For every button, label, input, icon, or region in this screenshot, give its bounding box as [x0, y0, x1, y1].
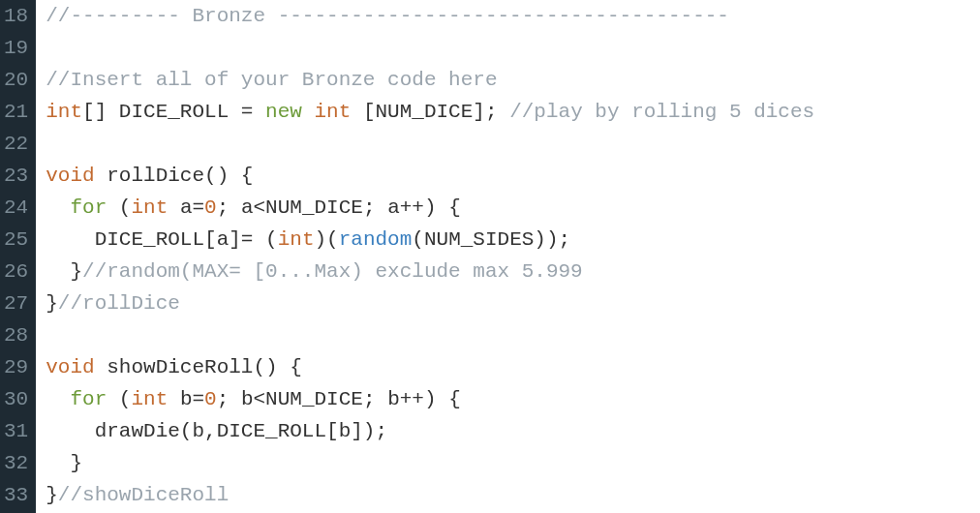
code-token: int: [131, 388, 168, 410]
code-token: }: [46, 484, 58, 506]
code-editor: 18192021222324252627282930313233 //-----…: [0, 0, 980, 513]
code-token: (NUM_SIDES));: [412, 228, 570, 251]
line-number: 24: [4, 192, 28, 224]
code-line[interactable]: for (int a=0; a<NUM_DICE; a++) {: [46, 192, 980, 224]
code-token: b=: [168, 388, 204, 410]
code-token: [46, 196, 70, 219]
code-token: int: [278, 228, 315, 251]
line-number: 30: [4, 383, 28, 415]
code-token: [NUM_DICE];: [351, 101, 509, 123]
code-token: void: [46, 356, 94, 378]
line-number: 20: [4, 64, 28, 96]
code-token: //play by rolling 5 dices: [509, 101, 814, 123]
line-number: 31: [4, 415, 28, 447]
code-area[interactable]: //--------- Bronze ---------------------…: [36, 0, 980, 513]
code-token: }: [46, 452, 82, 474]
code-line[interactable]: }: [46, 447, 980, 479]
code-line[interactable]: for (int b=0; b<NUM_DICE; b++) {: [46, 383, 980, 415]
line-number: 21: [4, 96, 28, 128]
code-line[interactable]: void rollDice() {: [46, 160, 980, 192]
code-line[interactable]: }//random(MAX= [0...Max) exclude max 5.9…: [46, 256, 980, 287]
line-number: 23: [4, 160, 28, 192]
code-token: ; b<NUM_DICE; b++) {: [217, 388, 461, 410]
line-number: 32: [4, 447, 28, 479]
code-token: //random(MAX= [0...Max) exclude max 5.99…: [82, 260, 583, 283]
line-number: 25: [4, 224, 28, 256]
code-token: (: [107, 388, 131, 410]
code-token: DICE_ROLL[a]= (: [46, 228, 277, 251]
code-token: new: [265, 101, 302, 123]
code-line[interactable]: [46, 319, 980, 351]
code-token: //rollDice: [58, 292, 180, 315]
code-token: //--------- Bronze ---------------------…: [46, 5, 729, 27]
code-token: //Insert all of your Bronze code here: [46, 69, 497, 91]
code-line[interactable]: drawDie(b,DICE_ROLL[b]);: [46, 415, 980, 447]
code-line[interactable]: }//showDiceRoll: [46, 479, 980, 511]
line-number: 27: [4, 287, 28, 319]
code-token: ; a<NUM_DICE; a++) {: [217, 196, 461, 219]
code-token: [46, 388, 70, 410]
line-number: 18: [4, 0, 28, 32]
code-token: )(: [314, 228, 338, 251]
line-number: 33: [4, 479, 28, 511]
line-number: 19: [4, 32, 28, 64]
code-token: for: [70, 388, 107, 410]
code-token: int: [314, 101, 351, 123]
code-token: [302, 101, 315, 123]
code-token: [] DICE_ROLL =: [82, 101, 265, 123]
code-token: void: [46, 165, 94, 187]
code-line[interactable]: //--------- Bronze ---------------------…: [46, 0, 980, 32]
code-line[interactable]: [46, 128, 980, 160]
code-line[interactable]: DICE_ROLL[a]= (int)(random(NUM_SIDES));: [46, 224, 980, 256]
code-token: drawDie(b,DICE_ROLL[b]);: [46, 420, 387, 442]
code-line[interactable]: }//rollDice: [46, 287, 980, 319]
code-token: }: [46, 260, 82, 283]
line-number: 28: [4, 319, 28, 351]
code-line[interactable]: int[] DICE_ROLL = new int [NUM_DICE]; //…: [46, 96, 980, 128]
code-token: for: [70, 196, 107, 219]
code-line[interactable]: [46, 32, 980, 64]
code-line[interactable]: void showDiceRoll() {: [46, 351, 980, 383]
code-token: int: [131, 196, 168, 219]
code-token: 0: [204, 196, 217, 219]
code-token: rollDice() {: [95, 165, 254, 187]
code-line[interactable]: //Insert all of your Bronze code here: [46, 64, 980, 96]
code-token: (: [107, 196, 131, 219]
code-token: 0: [204, 388, 217, 410]
line-number: 29: [4, 351, 28, 383]
code-token: }: [46, 292, 58, 315]
line-number: 26: [4, 256, 28, 287]
code-token: int: [46, 101, 82, 123]
code-token: showDiceRoll() {: [95, 356, 302, 378]
code-token: random: [339, 228, 413, 251]
line-number: 22: [4, 128, 28, 160]
line-number-gutter: 18192021222324252627282930313233: [0, 0, 36, 513]
code-token: a=: [168, 196, 204, 219]
code-token: //showDiceRoll: [58, 484, 229, 506]
